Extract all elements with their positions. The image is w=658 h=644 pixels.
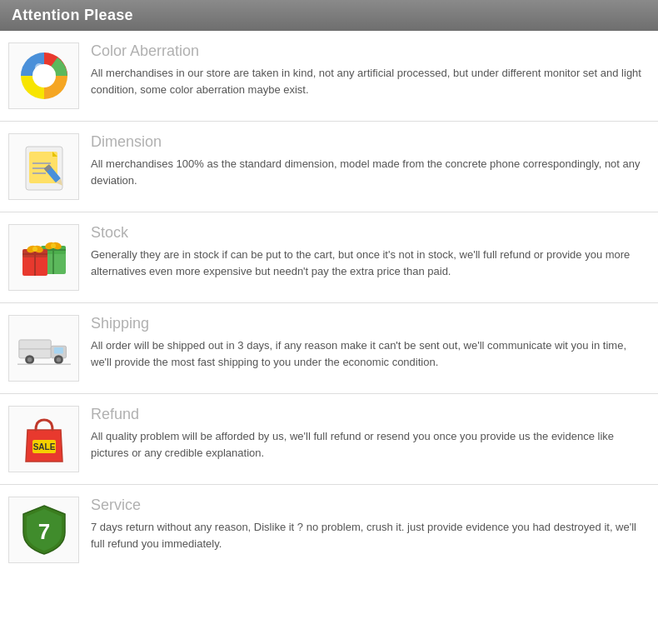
dimension-content: Dimension All merchandises 100% as the s… xyxy=(91,133,650,189)
shipping-icon-wrap xyxy=(8,315,79,382)
svg-point-30 xyxy=(27,357,31,362)
color-aberration-content: Color Aberration All merchandises in our… xyxy=(91,42,650,98)
service-icon-wrap: 7 xyxy=(8,497,79,563)
svg-text:7: 7 xyxy=(37,519,49,544)
header-title: Attention Please xyxy=(12,7,133,23)
stock-title: Stock xyxy=(91,224,650,242)
color-aberration-icon-wrap xyxy=(8,42,79,109)
color-aberration-desc: All merchandises in our store are taken … xyxy=(91,65,650,98)
shipping-icon xyxy=(17,327,71,369)
refund-icon: SALE xyxy=(21,413,67,465)
stock-icon xyxy=(17,232,71,282)
dimension-icon-wrap xyxy=(8,133,79,200)
list-item: Shipping All order will be shipped out i… xyxy=(0,303,658,394)
color-aberration-title: Color Aberration xyxy=(91,42,650,60)
stock-icon-wrap xyxy=(8,224,79,291)
shipping-content: Shipping All order will be shipped out i… xyxy=(91,315,650,371)
page-header: Attention Please xyxy=(0,0,658,31)
svg-point-2 xyxy=(35,63,43,72)
stock-desc: Generally they are in stock if can be pu… xyxy=(91,247,650,280)
list-item: SALE Refund All quality problem will be … xyxy=(0,394,658,485)
service-desc: 7 days return without any reason, Dislik… xyxy=(91,519,650,552)
shipping-desc: All order will be shipped out in 3 days,… xyxy=(91,337,650,371)
service-content: Service 7 days return without any reason… xyxy=(91,497,650,552)
list-item: Stock Generally they are in stock if can… xyxy=(0,212,658,303)
svg-text:SALE: SALE xyxy=(32,442,55,452)
dimension-title: Dimension xyxy=(91,133,650,151)
svg-rect-28 xyxy=(53,347,62,353)
svg-point-25 xyxy=(51,243,56,248)
stock-content: Stock Generally they are in stock if can… xyxy=(91,224,650,280)
dimension-desc: All merchandises 100% as the standard di… xyxy=(91,156,650,189)
list-item: 7 Service 7 days return without any reas… xyxy=(0,485,658,575)
service-title: Service xyxy=(91,497,650,514)
list-item: Dimension All merchandises 100% as the s… xyxy=(0,122,658,212)
svg-point-22 xyxy=(32,247,37,252)
shipping-title: Shipping xyxy=(91,315,650,332)
service-icon: 7 xyxy=(20,504,68,556)
refund-desc: All quality problem will be afforded by … xyxy=(91,428,650,462)
refund-content: Refund All quality problem will be affor… xyxy=(91,406,650,462)
refund-title: Refund xyxy=(91,406,650,423)
color-aberration-icon xyxy=(17,49,71,102)
svg-point-32 xyxy=(56,357,60,362)
list-item: Color Aberration All merchandises in our… xyxy=(0,31,658,122)
dimension-icon xyxy=(19,140,69,193)
refund-icon-wrap: SALE xyxy=(8,406,79,472)
